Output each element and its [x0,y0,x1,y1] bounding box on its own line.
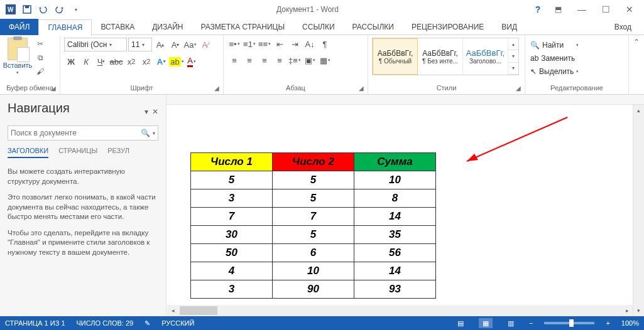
change-case-icon[interactable]: Aa [183,38,197,51]
copy-icon[interactable]: ⧉ [34,52,46,63]
paste-button[interactable]: Вставить ▾ [4,38,31,75]
save-icon[interactable] [19,2,35,17]
clipboard-launcher-icon[interactable]: ◢ [51,85,56,92]
styles-more-icon[interactable]: ▾ [508,63,518,75]
tab-review[interactable]: РЕЦЕНЗИРОВАНИЕ [403,19,493,35]
search-dropdown-icon[interactable]: ▾ [153,130,155,136]
scroll-down-icon[interactable]: ▾ [633,305,644,316]
tab-mailings[interactable]: РАССЫЛКИ [344,19,403,35]
show-marks-icon[interactable]: ¶ [318,38,332,50]
nav-tab-headings[interactable]: ЗАГОЛОВКИ [8,147,48,158]
help-icon[interactable]: ? [531,3,545,16]
bold-icon[interactable]: Ж [64,55,78,68]
style-heading1[interactable]: АаБбВвГг, Заголово... [463,38,508,75]
grow-font-icon[interactable]: A▴ [153,38,167,51]
tab-file[interactable]: ФАЙЛ [0,19,38,35]
style-nospacing[interactable]: АаБбВвГг, ¶ Без инте... [418,38,463,75]
shading-icon[interactable]: ▣ [303,54,317,67]
multilevel-icon[interactable]: ≡≡ [258,38,271,50]
text-effects-icon[interactable]: A [155,55,168,68]
scroll-right-icon[interactable]: ▸ [621,307,633,314]
italic-icon[interactable]: К [79,55,93,68]
increase-indent-icon[interactable]: ⇥ [288,38,302,50]
underline-icon[interactable]: Ч▾ [94,55,108,68]
strike-icon[interactable]: abc [109,55,123,68]
status-proof-icon[interactable]: ✎ [145,319,150,327]
tab-references[interactable]: ССЫЛКИ [293,19,343,35]
account-login[interactable]: Вход [606,19,644,35]
page[interactable]: Число 1 Число 2 Сумма 5510 358 7714 3053… [172,105,626,316]
status-page[interactable]: СТРАНИЦА 1 ИЗ 1 [5,319,65,327]
qat-customize-icon[interactable]: ▾ [68,2,84,17]
find-button[interactable]: 🔍Найти▾ [529,39,580,51]
web-layout-icon[interactable]: ▥ [504,318,518,328]
sort-icon[interactable]: A↓ [303,38,317,50]
minimize-icon[interactable]: — [571,3,592,16]
style-normal[interactable]: АаБбВвГг, ¶ Обычный [373,38,418,75]
nav-tab-pages[interactable]: СТРАНИЦЫ [58,147,97,158]
highlight-icon[interactable]: ab [170,55,183,68]
styles-gallery[interactable]: АаБбВвГг, ¶ Обычный АаБбВвГг, ¶ Без инте… [372,38,519,75]
status-words[interactable]: ЧИСЛО СЛОВ: 29 [77,319,134,327]
pane-menu-icon[interactable]: ▾ [145,107,148,116]
styles-scroll-down-icon[interactable]: ▾ [508,50,518,62]
print-layout-icon[interactable]: ▦ [479,318,493,328]
justify-icon[interactable]: ≡ [273,54,287,67]
zoom-value[interactable]: 100% [621,319,639,327]
tab-layout[interactable]: РАЗМЕТКА СТРАНИЦЫ [192,19,294,35]
horizontal-scrollbar[interactable]: ◂ ▸ [167,305,633,316]
vertical-scrollbar[interactable]: ▴ ▾ [633,105,644,316]
word-app-icon[interactable]: W [3,2,19,17]
line-spacing-icon[interactable]: ‡≡ [288,54,302,67]
nav-tab-results[interactable]: РЕЗУЛ [107,147,129,158]
zoom-in-icon[interactable]: + [606,319,609,327]
scroll-left-icon[interactable]: ◂ [167,307,178,314]
redo-icon[interactable] [52,2,68,17]
ruler[interactable] [166,95,644,105]
select-button[interactable]: ↖Выделить▾ [529,65,580,78]
shrink-font-icon[interactable]: A▾ [168,38,182,51]
zoom-out-icon[interactable]: − [529,319,533,327]
bullets-icon[interactable]: ≡• [227,38,241,50]
maximize-icon[interactable]: ☐ [595,3,616,16]
numbering-icon[interactable]: ≡1 [243,38,256,50]
table-header[interactable]: Число 1 [191,153,273,171]
table-header[interactable]: Число 2 [273,153,354,171]
align-left-icon[interactable]: ≡ [227,54,241,67]
cut-icon[interactable]: ✂ [34,38,46,50]
clear-format-icon[interactable]: A⁄ [199,38,212,51]
tab-view[interactable]: ВИД [493,19,526,35]
styles-scroll-up-icon[interactable]: ▴ [508,38,518,50]
subscript-icon[interactable]: x2 [124,55,138,68]
scroll-up-icon[interactable]: ▴ [633,105,644,116]
close-icon[interactable]: ✕ [619,3,640,16]
scroll-thumb[interactable] [180,306,217,315]
font-size-combo[interactable]: 11▾ [128,38,152,51]
styles-launcher-icon[interactable]: ◢ [516,85,521,92]
undo-icon[interactable] [35,2,52,17]
tab-design[interactable]: ДИЗАЙН [143,19,192,35]
ribbon-display-icon[interactable]: ⬒ [547,3,569,16]
paragraph-launcher-icon[interactable]: ◢ [359,85,364,92]
align-right-icon[interactable]: ≡ [258,54,271,67]
pane-close-icon[interactable]: ✕ [152,107,158,116]
format-painter-icon[interactable]: 🖌 [34,66,46,77]
superscript-icon[interactable]: x2 [139,55,153,68]
search-input[interactable] [11,129,141,137]
font-color-icon[interactable]: A [185,55,199,68]
tab-home[interactable]: ГЛАВНАЯ [38,19,92,36]
align-center-icon[interactable]: ≡ [243,54,256,67]
tab-insert[interactable]: ВСТАВКА [92,19,143,35]
data-table[interactable]: Число 1 Число 2 Сумма 5510 358 7714 3053… [190,152,436,299]
search-icon[interactable]: 🔍 [141,129,150,137]
zoom-slider[interactable] [544,322,594,324]
font-name-combo[interactable]: Calibri (Осн▾ [64,38,127,51]
font-launcher-icon[interactable]: ◢ [214,85,219,92]
table-header[interactable]: Сумма [354,153,436,171]
collapse-ribbon-icon[interactable]: ⌃ [629,35,644,94]
replace-button[interactable]: abЗаменить [529,52,580,65]
status-lang[interactable]: РУССКИЙ [161,319,194,327]
borders-icon[interactable]: ▦ [318,54,332,67]
decrease-indent-icon[interactable]: ⇤ [273,38,287,50]
read-mode-icon[interactable]: ▤ [454,318,467,328]
